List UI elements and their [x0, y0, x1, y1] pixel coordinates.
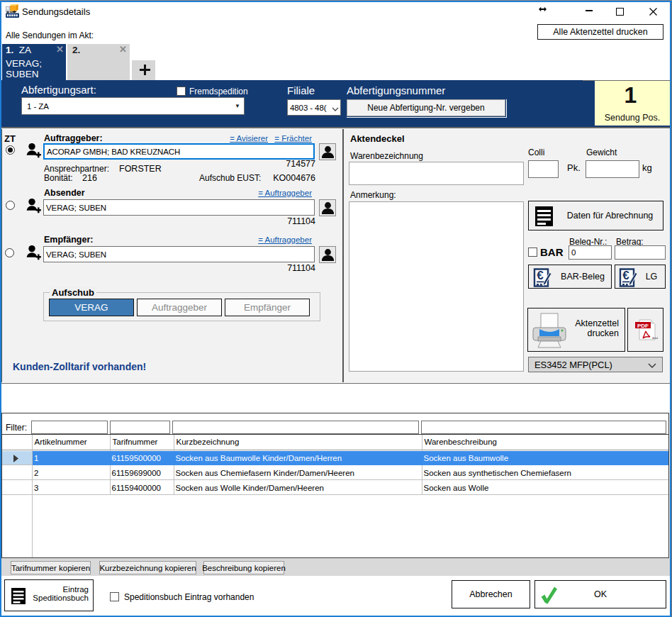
svg-text:PDF: PDF [637, 323, 649, 329]
svg-text:€: € [537, 269, 544, 282]
svg-text:€: € [622, 269, 629, 282]
svg-text:Adobe: Adobe [652, 336, 658, 340]
